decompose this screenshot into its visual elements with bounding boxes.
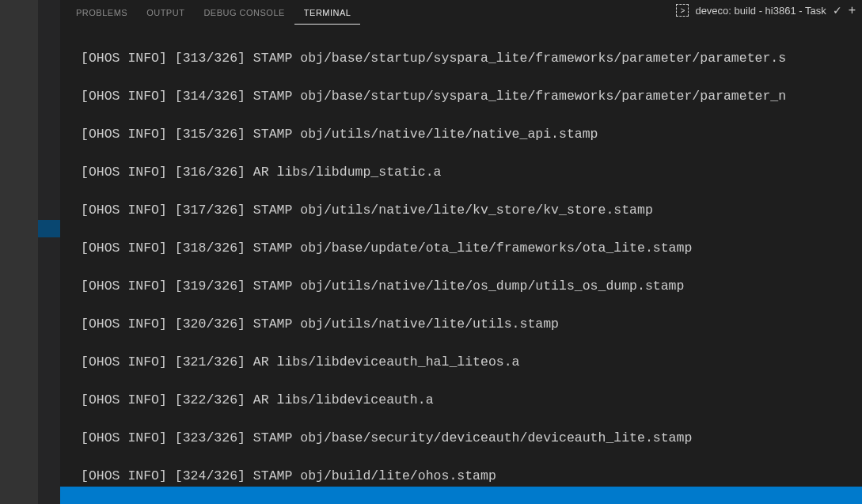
activity-bar bbox=[0, 0, 38, 504]
task-label: deveco: build - hi3861 - Task bbox=[695, 5, 826, 17]
terminal-line: [OHOS INFO] [321/326] AR libs/libdevicea… bbox=[81, 353, 862, 372]
terminal-line: [OHOS INFO] [323/326] STAMP obj/base/sec… bbox=[81, 429, 862, 448]
status-bar[interactable] bbox=[60, 487, 862, 504]
terminal-line: [OHOS INFO] [320/326] STAMP obj/utils/na… bbox=[81, 315, 862, 334]
terminal-line: [OHOS INFO] [315/326] STAMP obj/utils/na… bbox=[81, 125, 862, 144]
tab-terminal[interactable]: TERMINAL bbox=[294, 2, 361, 25]
task-run-icon[interactable]: > bbox=[676, 4, 689, 17]
sidebar-active-item[interactable] bbox=[38, 220, 60, 237]
tab-output[interactable]: OUTPUT bbox=[137, 2, 194, 24]
terminal-line: [OHOS INFO] [319/326] STAMP obj/utils/na… bbox=[81, 277, 862, 296]
tab-debug-console[interactable]: DEBUG CONSOLE bbox=[194, 2, 294, 24]
new-terminal-button[interactable]: + bbox=[849, 3, 856, 17]
sidebar bbox=[38, 0, 60, 504]
terminal-line: [OHOS INFO] [324/326] STAMP obj/build/li… bbox=[81, 467, 862, 486]
terminal-line: [OHOS INFO] [314/326] STAMP obj/base/sta… bbox=[81, 87, 862, 106]
terminal-line: [OHOS INFO] [318/326] STAMP obj/base/upd… bbox=[81, 239, 862, 258]
terminal-line: [OHOS INFO] [313/326] STAMP obj/base/sta… bbox=[81, 49, 862, 68]
terminal-line: [OHOS INFO] [317/326] STAMP obj/utils/na… bbox=[81, 201, 862, 220]
terminal-line: [OHOS INFO] [316/326] AR libs/libdump_st… bbox=[81, 163, 862, 182]
task-picker[interactable]: > deveco: build - hi3861 - Task ✓ + bbox=[676, 3, 856, 17]
panel-tabs: PROBLEMS OUTPUT DEBUG CONSOLE TERMINAL >… bbox=[60, 0, 862, 25]
tab-problems[interactable]: PROBLEMS bbox=[66, 2, 137, 24]
terminal-line: [OHOS INFO] [322/326] AR libs/libdevicea… bbox=[81, 391, 862, 410]
terminal-output[interactable]: [OHOS INFO] [313/326] STAMP obj/base/sta… bbox=[60, 25, 862, 487]
check-icon: ✓ bbox=[833, 4, 842, 17]
